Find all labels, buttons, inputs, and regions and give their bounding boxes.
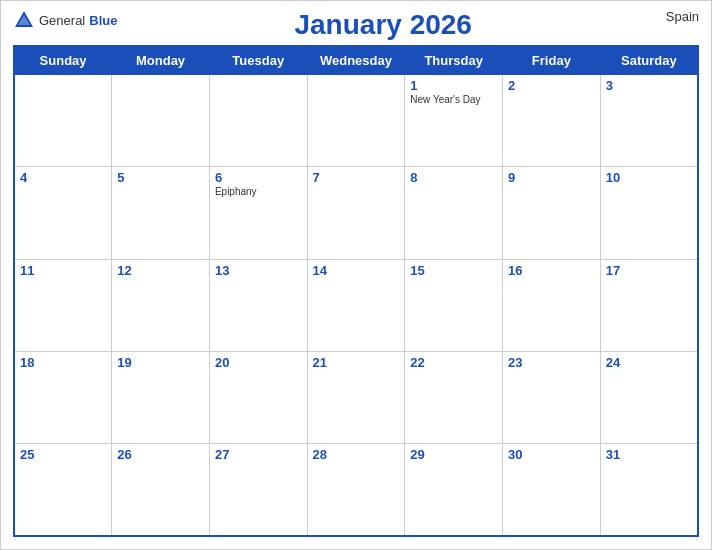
calendar-week-row: 456Epiphany78910 (14, 167, 698, 259)
calendar-table: SundayMondayTuesdayWednesdayThursdayFrid… (13, 45, 699, 537)
calendar-cell: 5 (112, 167, 210, 259)
day-number: 9 (508, 170, 595, 185)
day-number: 30 (508, 447, 595, 462)
calendar-cell: 22 (405, 351, 503, 443)
day-number: 12 (117, 263, 204, 278)
calendar-cell: 6Epiphany (209, 167, 307, 259)
calendar-cell: 29 (405, 444, 503, 536)
calendar-cell (14, 75, 112, 167)
day-number: 11 (20, 263, 106, 278)
day-number: 4 (20, 170, 106, 185)
day-number: 24 (606, 355, 692, 370)
day-number: 17 (606, 263, 692, 278)
calendar-cell: 23 (503, 351, 601, 443)
calendar-cell: 15 (405, 259, 503, 351)
day-number: 5 (117, 170, 204, 185)
weekday-header-thursday: Thursday (405, 46, 503, 75)
day-number: 14 (313, 263, 400, 278)
holiday-label: Epiphany (215, 186, 302, 197)
day-number: 21 (313, 355, 400, 370)
day-number: 1 (410, 78, 497, 93)
calendar-week-row: 11121314151617 (14, 259, 698, 351)
day-number: 23 (508, 355, 595, 370)
calendar-cell: 30 (503, 444, 601, 536)
logo: General Blue (13, 9, 117, 31)
calendar-cell: 21 (307, 351, 405, 443)
weekday-header-row: SundayMondayTuesdayWednesdayThursdayFrid… (14, 46, 698, 75)
calendar-container: General Blue January 2026 Spain SundayMo… (0, 0, 712, 550)
calendar-cell: 9 (503, 167, 601, 259)
day-number: 10 (606, 170, 692, 185)
day-number: 7 (313, 170, 400, 185)
calendar-cell: 12 (112, 259, 210, 351)
calendar-cell: 3 (600, 75, 698, 167)
calendar-week-row: 25262728293031 (14, 444, 698, 536)
calendar-week-row: 18192021222324 (14, 351, 698, 443)
weekday-header-tuesday: Tuesday (209, 46, 307, 75)
calendar-cell: 1New Year's Day (405, 75, 503, 167)
day-number: 18 (20, 355, 106, 370)
day-number: 27 (215, 447, 302, 462)
logo-blue-text: Blue (89, 13, 117, 28)
calendar-cell: 20 (209, 351, 307, 443)
day-number: 6 (215, 170, 302, 185)
month-title: January 2026 (117, 9, 649, 41)
logo-general-text: General (39, 13, 85, 28)
calendar-cell: 27 (209, 444, 307, 536)
logo-icon (13, 9, 35, 31)
calendar-cell: 2 (503, 75, 601, 167)
day-number: 16 (508, 263, 595, 278)
day-number: 15 (410, 263, 497, 278)
day-number: 3 (606, 78, 692, 93)
day-number: 26 (117, 447, 204, 462)
day-number: 22 (410, 355, 497, 370)
day-number: 29 (410, 447, 497, 462)
calendar-cell (307, 75, 405, 167)
calendar-cell: 11 (14, 259, 112, 351)
day-number: 31 (606, 447, 692, 462)
calendar-cell: 4 (14, 167, 112, 259)
calendar-week-row: 1New Year's Day23 (14, 75, 698, 167)
calendar-cell: 13 (209, 259, 307, 351)
calendar-cell: 19 (112, 351, 210, 443)
calendar-cell: 8 (405, 167, 503, 259)
calendar-cell: 7 (307, 167, 405, 259)
day-number: 8 (410, 170, 497, 185)
calendar-cell (209, 75, 307, 167)
country-label: Spain (649, 9, 699, 24)
holiday-label: New Year's Day (410, 94, 497, 105)
day-number: 20 (215, 355, 302, 370)
calendar-cell (112, 75, 210, 167)
calendar-cell: 24 (600, 351, 698, 443)
calendar-cell: 26 (112, 444, 210, 536)
weekday-header-friday: Friday (503, 46, 601, 75)
calendar-header: General Blue January 2026 Spain (13, 9, 699, 41)
calendar-cell: 28 (307, 444, 405, 536)
weekday-header-monday: Monday (112, 46, 210, 75)
calendar-cell: 18 (14, 351, 112, 443)
calendar-cell: 31 (600, 444, 698, 536)
calendar-cell: 10 (600, 167, 698, 259)
day-number: 13 (215, 263, 302, 278)
calendar-cell: 14 (307, 259, 405, 351)
weekday-header-wednesday: Wednesday (307, 46, 405, 75)
day-number: 25 (20, 447, 106, 462)
day-number: 28 (313, 447, 400, 462)
calendar-cell: 16 (503, 259, 601, 351)
day-number: 19 (117, 355, 204, 370)
calendar-cell: 17 (600, 259, 698, 351)
weekday-header-saturday: Saturday (600, 46, 698, 75)
calendar-cell: 25 (14, 444, 112, 536)
day-number: 2 (508, 78, 595, 93)
weekday-header-sunday: Sunday (14, 46, 112, 75)
